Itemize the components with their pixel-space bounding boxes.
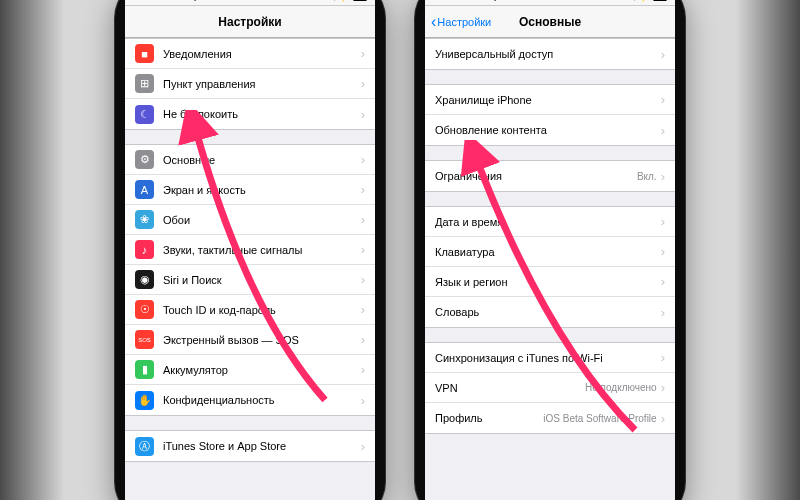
status-left: MTS RUS ⬙: [431, 0, 498, 2]
row-label: Дата и время: [435, 216, 661, 228]
row-label: Клавиатура: [435, 246, 661, 258]
status-right: ᚼ ⚡: [632, 0, 669, 2]
row-icon: SOS: [135, 330, 154, 349]
screen-right: MTS RUS ⬙ 19:39 ᚼ ⚡ ‹ Настройки Основные…: [425, 0, 675, 500]
settings-row[interactable]: ⒶiTunes Store и App Store›: [125, 431, 375, 461]
row-icon: ✋: [135, 391, 154, 410]
back-label: Настройки: [437, 16, 491, 28]
battery-icon: [653, 0, 669, 1]
chevron-right-icon: ›: [361, 76, 365, 91]
settings-row[interactable]: ◉Siri и Поиск›: [125, 265, 375, 295]
status-time: 19:39: [555, 0, 575, 2]
row-value: Вкл.: [637, 171, 657, 182]
settings-row[interactable]: ПрофильiOS Beta Software Profile›: [425, 403, 675, 433]
settings-row[interactable]: ОграниченияВкл.›: [425, 161, 675, 191]
page-title: Основные: [519, 15, 581, 29]
chevron-right-icon: ›: [361, 212, 365, 227]
settings-row[interactable]: Клавиатура›: [425, 237, 675, 267]
row-label: Основные: [163, 154, 361, 166]
chevron-right-icon: ›: [361, 332, 365, 347]
row-icon: ⊞: [135, 74, 154, 93]
chevron-right-icon: ›: [661, 123, 665, 138]
settings-row[interactable]: Обновление контента›: [425, 115, 675, 145]
chevron-right-icon: ›: [361, 393, 365, 408]
chevron-right-icon: ›: [361, 362, 365, 377]
row-label: Пункт управления: [163, 78, 361, 90]
battery-icon: [353, 0, 369, 1]
row-icon: Ⓐ: [135, 437, 154, 456]
row-label: Синхронизация с iTunes по Wi-Fi: [435, 352, 661, 364]
row-label: Экран и яркость: [163, 184, 361, 196]
general-list[interactable]: Универсальный доступ›Хранилище iPhone›Об…: [425, 38, 675, 500]
row-label: Ограничения: [435, 170, 637, 182]
settings-list[interactable]: ■Уведомления›⊞Пункт управления›☾Не беспо…: [125, 38, 375, 500]
settings-row[interactable]: Синхронизация с iTunes по Wi-Fi›: [425, 343, 675, 373]
settings-row[interactable]: ✋Конфиденциальность›: [125, 385, 375, 415]
settings-row[interactable]: AЭкран и яркость›: [125, 175, 375, 205]
settings-row[interactable]: Хранилище iPhone›: [425, 85, 675, 115]
settings-row[interactable]: ■Уведомления›: [125, 39, 375, 69]
settings-row[interactable]: Словарь›: [425, 297, 675, 327]
row-label: iTunes Store и App Store: [163, 440, 361, 452]
back-button[interactable]: ‹ Настройки: [431, 14, 491, 30]
settings-group: Дата и время›Клавиатура›Язык и регион›Сл…: [425, 206, 675, 328]
chevron-right-icon: ›: [661, 305, 665, 320]
charging-icon: ⚡: [640, 0, 650, 2]
chevron-right-icon: ›: [661, 169, 665, 184]
chevron-right-icon: ›: [661, 350, 665, 365]
chevron-right-icon: ›: [361, 107, 365, 122]
row-label: Не беспокоить: [163, 108, 361, 120]
row-icon: ❀: [135, 210, 154, 229]
phone-left: MTS RUS ⬙ 19:39 ᚼ ⚡ Настройки ■Уведомлен…: [115, 0, 385, 500]
row-icon: ☉: [135, 300, 154, 319]
phone-right: MTS RUS ⬙ 19:39 ᚼ ⚡ ‹ Настройки Основные…: [415, 0, 685, 500]
settings-group: ■Уведомления›⊞Пункт управления›☾Не беспо…: [125, 38, 375, 130]
chevron-right-icon: ›: [661, 244, 665, 259]
carrier-label: MTS RUS: [153, 0, 189, 2]
chevron-right-icon: ›: [361, 182, 365, 197]
row-label: VPN: [435, 382, 585, 394]
settings-row[interactable]: Дата и время›: [425, 207, 675, 237]
chevron-right-icon: ›: [361, 302, 365, 317]
row-icon: ◉: [135, 270, 154, 289]
chevron-right-icon: ›: [361, 46, 365, 61]
chevron-right-icon: ›: [661, 380, 665, 395]
settings-group: ⒶiTunes Store и App Store›: [125, 430, 375, 462]
page-title: Настройки: [218, 15, 281, 29]
settings-row[interactable]: VPNНе подключено›: [425, 373, 675, 403]
row-label: Аккумулятор: [163, 364, 361, 376]
settings-row[interactable]: ♪Звуки, тактильные сигналы›: [125, 235, 375, 265]
row-label: Словарь: [435, 306, 661, 318]
settings-row[interactable]: ⊞Пункт управления›: [125, 69, 375, 99]
settings-row[interactable]: ▮Аккумулятор›: [125, 355, 375, 385]
nav-bar: Настройки: [125, 6, 375, 38]
row-label: Конфиденциальность: [163, 394, 361, 406]
settings-row[interactable]: ☾Не беспокоить›: [125, 99, 375, 129]
settings-row[interactable]: Язык и регион›: [425, 267, 675, 297]
settings-row[interactable]: SOSЭкстренный вызов — SOS›: [125, 325, 375, 355]
chevron-right-icon: ›: [361, 152, 365, 167]
row-icon: ☾: [135, 105, 154, 124]
row-label: Язык и регион: [435, 276, 661, 288]
row-icon: ▮: [135, 360, 154, 379]
chevron-right-icon: ›: [661, 92, 665, 107]
chevron-right-icon: ›: [661, 214, 665, 229]
row-icon: ■: [135, 44, 154, 63]
settings-group: Хранилище iPhone›Обновление контента›: [425, 84, 675, 146]
row-label: Профиль: [435, 412, 543, 424]
chevron-left-icon: ‹: [431, 14, 436, 30]
chevron-right-icon: ›: [661, 274, 665, 289]
settings-group: ⚙Основные›AЭкран и яркость›❀Обои›♪Звуки,…: [125, 144, 375, 416]
screen-left: MTS RUS ⬙ 19:39 ᚼ ⚡ Настройки ■Уведомлен…: [125, 0, 375, 500]
settings-row[interactable]: ❀Обои›: [125, 205, 375, 235]
carrier-label: MTS RUS: [453, 0, 489, 2]
settings-row[interactable]: ☉Touch ID и код-пароль›: [125, 295, 375, 325]
row-value: iOS Beta Software Profile: [543, 413, 656, 424]
chevron-right-icon: ›: [361, 272, 365, 287]
row-icon: ♪: [135, 240, 154, 259]
settings-row[interactable]: ⚙Основные›: [125, 145, 375, 175]
settings-group: Синхронизация с iTunes по Wi-Fi›VPNНе по…: [425, 342, 675, 434]
row-label: Siri и Поиск: [163, 274, 361, 286]
row-icon: ⚙: [135, 150, 154, 169]
settings-row[interactable]: Универсальный доступ›: [425, 39, 675, 69]
